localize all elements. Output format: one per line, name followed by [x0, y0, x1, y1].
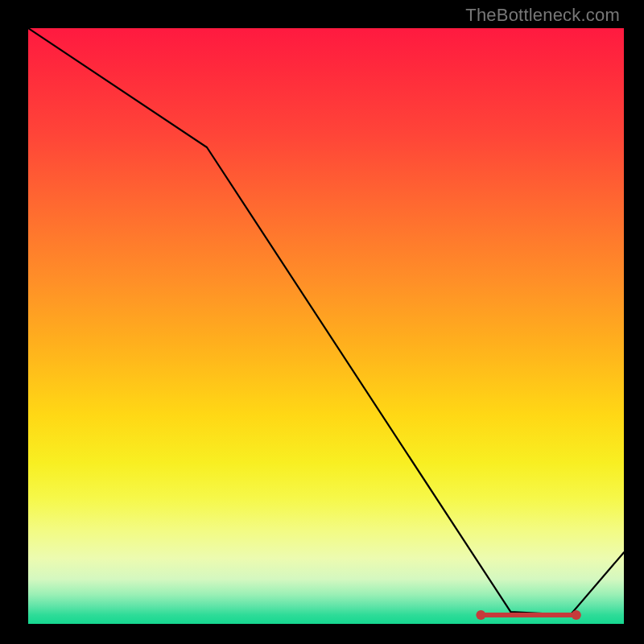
chart-frame: TheBottleneck.com	[0, 0, 644, 644]
optimal-range-end-dot	[572, 610, 581, 620]
optimal-range-start-dot	[476, 610, 485, 620]
attribution-label: TheBottleneck.com	[465, 5, 620, 26]
performance-curve	[28, 28, 624, 615]
chart-overlay	[28, 28, 624, 624]
